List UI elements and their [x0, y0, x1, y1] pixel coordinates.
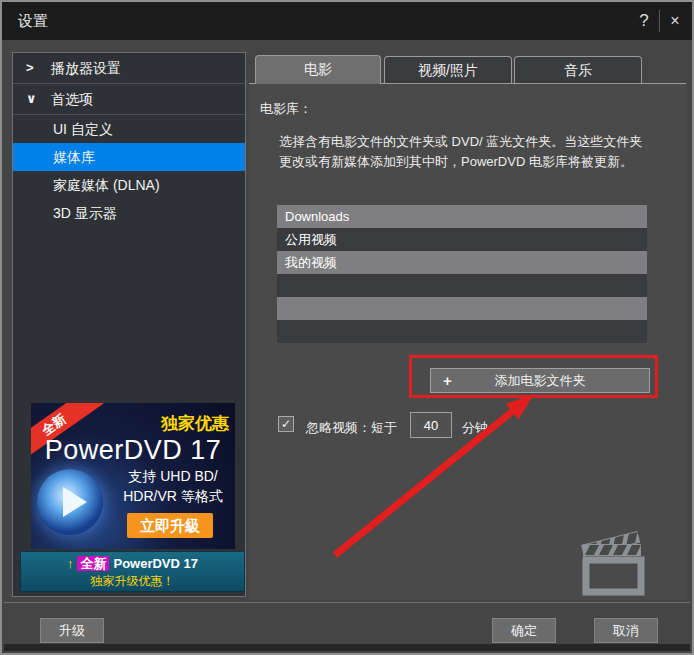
minutes-input[interactable]	[410, 412, 452, 438]
up-arrow-icon: ↑	[67, 556, 74, 571]
tab-music[interactable]: 音乐	[514, 56, 642, 83]
add-movie-folder-button[interactable]: + 添加电影文件夹	[430, 368, 650, 393]
movie-folder-list: Downloads 公用视频 我的视频	[277, 205, 647, 343]
minutes-unit-label: 分钟	[462, 419, 488, 437]
tab-movies[interactable]: 电影	[255, 55, 381, 84]
ignore-videos-label: 忽略视频：短于	[306, 419, 397, 437]
settings-dialog: 设置 ? × > 播放器设置 ∨ 首选项 UI 自定义 媒体库 家庭媒体 (DL…	[0, 0, 694, 655]
dialog-title: 设置	[18, 12, 48, 31]
upgrade-now-button[interactable]: 立即升級	[127, 513, 213, 538]
sidebar-item-label: 播放器设置	[51, 60, 121, 76]
play-icon	[63, 487, 87, 517]
new-badge: 全新	[77, 556, 109, 571]
folder-list-item-empty[interactable]	[277, 320, 647, 343]
chevron-right-icon: >	[26, 53, 34, 83]
play-orb	[37, 469, 103, 535]
sidebar-item-label: 首选项	[51, 91, 93, 107]
plus-icon: +	[443, 369, 452, 392]
movie-library-description: 选择含有电影文件的文件夹或 DVD/ 蓝光文件夹。当这些文件夹更改或有新媒体添加…	[279, 132, 655, 172]
ad-feature-line1: 支持 UHD BD/	[113, 466, 233, 486]
sidebar-item-preferences[interactable]: ∨ 首选项	[13, 84, 245, 115]
help-icon[interactable]: ?	[629, 2, 659, 40]
add-movie-folder-label: 添加电影文件夹	[431, 369, 649, 392]
tab-videos-photos[interactable]: 视频/照片	[384, 56, 512, 83]
folder-list-item[interactable]: 我的视频	[277, 251, 647, 274]
folder-list-item-empty[interactable]	[277, 297, 647, 320]
sidebar-item-home-media-dlna[interactable]: 家庭媒体 (DLNA)	[13, 171, 245, 199]
upgrade-button[interactable]: 升级	[40, 618, 104, 643]
sidebar-item-player-settings[interactable]: > 播放器设置	[13, 53, 245, 84]
exclusive-offer-text: 独家优惠	[161, 412, 229, 435]
footer-divider	[4, 602, 690, 603]
ad-footer-text: 独家升级优惠！	[21, 573, 244, 590]
movie-library-label: 电影库：	[260, 100, 312, 118]
chevron-down-icon: ∨	[26, 84, 37, 114]
powerdvd-ad-banner[interactable]: 全新 独家优惠 PowerDVD 17 支持 UHD BD/ HDR/VR 等格…	[31, 403, 235, 549]
folder-list-item-empty[interactable]	[277, 274, 647, 297]
clapperboard-icon	[570, 514, 652, 598]
sidebar-item-3d-display[interactable]: 3D 显示器	[13, 199, 245, 227]
folder-list-item[interactable]: 公用视频	[277, 228, 647, 251]
sidebar-item-media-library[interactable]: 媒体库	[13, 143, 245, 171]
close-icon[interactable]: ×	[660, 2, 690, 40]
settings-sidebar: > 播放器设置 ∨ 首选项 UI 自定义 媒体库 家庭媒体 (DLNA) 3D …	[12, 52, 246, 597]
ad-feature-line2: HDR/VR 等格式	[113, 486, 233, 506]
cancel-button[interactable]: 取消	[594, 618, 658, 643]
ok-button[interactable]: 确定	[492, 618, 556, 643]
sidebar-item-ui-customization[interactable]: UI 自定义	[13, 115, 245, 143]
bottom-strip	[4, 644, 690, 651]
ignore-videos-checkbox[interactable]: ✓	[278, 416, 294, 432]
ad-footer-banner[interactable]: ↑全新PowerDVD 17 独家升级优惠！	[20, 551, 245, 592]
title-bar: 设置 ? ×	[2, 2, 692, 40]
ad-footer-product: PowerDVD 17	[113, 556, 198, 571]
folder-list-item[interactable]: Downloads	[277, 205, 647, 228]
ad-feature-text: 支持 UHD BD/ HDR/VR 等格式	[113, 466, 233, 506]
ad-product-name: PowerDVD 17	[31, 435, 235, 466]
